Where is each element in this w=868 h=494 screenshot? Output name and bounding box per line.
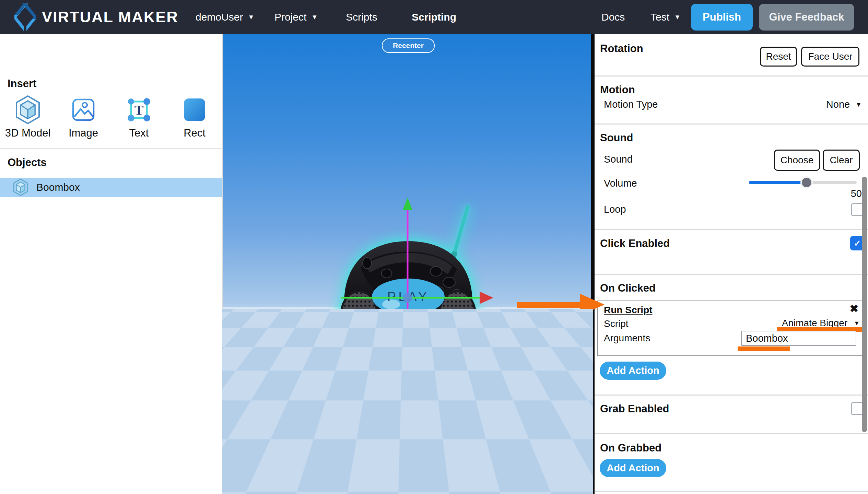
boombox-3d-model[interactable]: PLAY (335, 201, 482, 345)
on-clicked-section-title: On Clicked (600, 282, 656, 294)
insert-section-title: Insert (8, 78, 36, 90)
on-grabbed-section-title: On Grabbed (600, 442, 661, 454)
nav-scripting-label: Scripting (412, 11, 456, 23)
test-menu-label: Test (650, 11, 669, 23)
recenter-button[interactable]: Recenter (382, 38, 435, 53)
properties-panel: Rotation Reset Face User Motion Motion T… (595, 34, 868, 494)
play-hotspot[interactable]: PLAY (372, 279, 445, 315)
sidebar-divider (0, 148, 222, 149)
motion-type-value: None (826, 99, 850, 110)
arguments-label: Arguments (604, 333, 650, 344)
motion-type-label: Motion Type (604, 99, 658, 110)
text-icon: T (127, 93, 151, 126)
cube-3d-icon (13, 179, 28, 196)
on-grabbed-add-action-button[interactable]: Add Action (600, 459, 666, 477)
panel-scrollbar[interactable] (862, 177, 867, 432)
nav-scripts[interactable]: Scripts (346, 0, 377, 34)
section-divider (595, 75, 868, 77)
remove-action-icon[interactable]: ✖ (850, 303, 858, 315)
volume-slider[interactable] (749, 181, 857, 184)
arguments-input[interactable] (741, 331, 856, 346)
boombox-speaker-left (341, 291, 377, 337)
virtual-maker-app: VIRTUAL MAKER demoUser ▼ Project ▼ Scrip… (0, 0, 868, 494)
plus-icon: + (485, 442, 495, 460)
insert-item-label: 3D Model (5, 127, 51, 139)
rect-icon (183, 93, 206, 126)
nav-scripts-label: Scripts (346, 11, 377, 23)
on-clicked-add-action-button[interactable]: Add Action (600, 362, 666, 380)
boombox-button (376, 319, 397, 339)
script-label: Script (604, 318, 629, 329)
user-menu[interactable]: demoUser ▼ (196, 0, 254, 34)
chevron-down-icon: ▼ (855, 101, 862, 108)
grab-enabled-label: Grab Enabled (600, 403, 669, 415)
svg-text:T: T (134, 102, 144, 118)
give-feedback-button[interactable]: Give Feedback (759, 4, 854, 31)
rotation-reset-button[interactable]: Reset (760, 47, 797, 67)
boombox-button (420, 319, 440, 339)
nav-docs[interactable]: Docs (601, 0, 625, 34)
insert-text-button[interactable]: T Text (113, 93, 165, 148)
rotation-face-user-button[interactable]: Face User (801, 47, 859, 67)
check-icon: ✓ (854, 238, 861, 248)
section-divider (595, 395, 868, 396)
sound-clear-button[interactable]: Clear (823, 150, 860, 171)
section-divider (595, 274, 868, 275)
add-scene-button[interactable]: + (476, 437, 504, 464)
chevron-down-icon: ▼ (854, 320, 860, 327)
scene-name-label: New Scene (367, 467, 469, 480)
insert-item-label: Image (69, 127, 98, 139)
insert-items-row: 3D Model Image (0, 93, 222, 148)
chevron-down-icon: ▼ (674, 13, 681, 21)
chevron-down-icon: ▼ (248, 13, 254, 21)
rotation-section-title: Rotation (600, 43, 643, 55)
insert-3d-model-button[interactable]: 3D Model (2, 93, 54, 148)
volume-value: 50 (851, 188, 862, 199)
insert-item-label: Text (129, 127, 149, 139)
click-enabled-label: Click Enabled (600, 237, 670, 250)
scene-viewport[interactable]: PLAY Recenter N (222, 34, 593, 494)
brand-title: VIRTUAL MAKER (42, 0, 178, 34)
volume-label: Volume (604, 178, 637, 189)
play-label: PLAY (387, 290, 429, 304)
action-name-run-script[interactable]: Run Script (604, 305, 653, 316)
volume-slider-thumb[interactable] (800, 176, 813, 189)
object-item-label: Boombox (36, 181, 80, 193)
insert-item-label: Rect (184, 127, 206, 139)
cube-3d-icon (15, 93, 40, 126)
nav-scripting-active[interactable]: Scripting (412, 0, 456, 34)
section-divider (595, 124, 868, 125)
left-sidebar: Insert 3D Model (0, 34, 223, 494)
scene-thumbnail-new-scene[interactable]: New Scene (365, 420, 471, 482)
brand-logo-icon (14, 3, 36, 31)
panel-border (591, 34, 595, 494)
boombox-antenna (450, 205, 471, 261)
sound-choose-button[interactable]: Choose (774, 150, 820, 171)
volume-slider-fill (749, 181, 806, 184)
scene-strip-panel: New Scene + (357, 413, 509, 486)
highlight-underline-arguments (738, 346, 790, 351)
boombox-speaker-right (439, 291, 475, 337)
scene-thumb-boombox-icon (402, 435, 434, 459)
user-menu-label: demoUser (196, 11, 243, 23)
sound-label: Sound (604, 154, 633, 165)
section-divider (595, 491, 868, 492)
project-menu-label: Project (274, 11, 306, 23)
image-icon (72, 93, 95, 126)
project-menu[interactable]: Project ▼ (274, 0, 318, 34)
motion-type-dropdown[interactable]: None ▼ (826, 99, 862, 110)
test-menu[interactable]: Test ▼ (650, 0, 681, 34)
navbar: VIRTUAL MAKER demoUser ▼ Project ▼ Scrip… (0, 0, 868, 34)
insert-rect-button[interactable]: Rect (169, 93, 220, 148)
run-script-action-card: Run Script ✖ Script Animate Bigger ▼ Arg… (597, 301, 865, 356)
object-list-item-boombox[interactable]: Boombox (0, 178, 222, 197)
insert-image-button[interactable]: Image (58, 93, 109, 148)
publish-button[interactable]: Publish (691, 4, 753, 31)
nav-docs-label: Docs (601, 11, 625, 23)
boombox-button (398, 319, 419, 340)
objects-section-title: Objects (8, 156, 47, 169)
sound-section-title: Sound (600, 132, 633, 144)
motion-section-title: Motion (600, 84, 635, 96)
chevron-down-icon: ▼ (311, 13, 318, 21)
section-divider (595, 433, 868, 434)
